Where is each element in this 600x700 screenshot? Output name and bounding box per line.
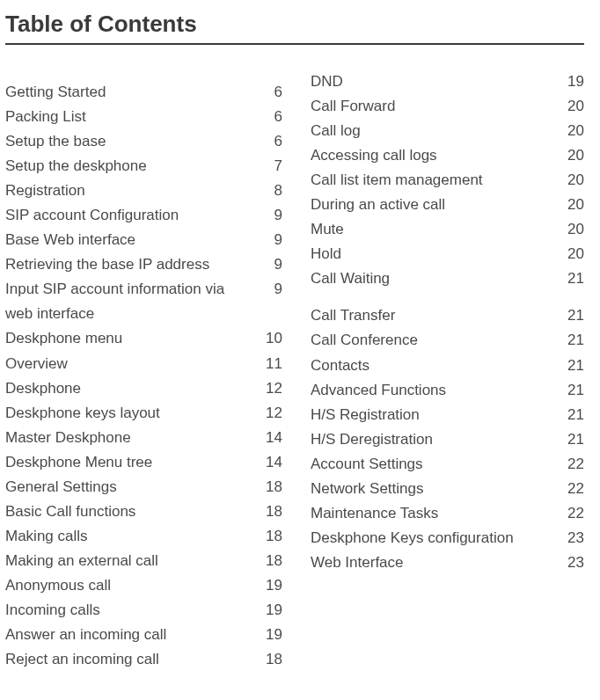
toc-entry-page: 9 bbox=[258, 203, 282, 228]
toc-entry: Retrieving the base IP address9 bbox=[5, 252, 282, 277]
toc-entry-page: 20 bbox=[560, 143, 584, 168]
toc-entry-label: Call Transfer bbox=[307, 303, 560, 328]
toc-entry-page: 18 bbox=[258, 475, 282, 499]
toc-entry: Call log20 bbox=[307, 119, 584, 143]
toc-entry: Mute20 bbox=[307, 217, 584, 242]
toc-entry-label: Call Waiting bbox=[307, 266, 560, 291]
toc-entry: Call Transfer21 bbox=[307, 303, 584, 328]
toc-entry-page: 18 bbox=[258, 499, 282, 524]
toc-entry-label: Answer an incoming call bbox=[5, 623, 258, 647]
toc-entry-label: Reject an incoming call bbox=[5, 647, 258, 672]
toc-entry: SIP account Configuration9 bbox=[5, 203, 282, 228]
toc-entry-label: Web Interface bbox=[307, 551, 560, 575]
toc-entry: Reject an incoming call18 bbox=[5, 647, 282, 672]
toc-entry-label: Packing List bbox=[5, 105, 258, 129]
toc-entry-label: Hold bbox=[307, 242, 560, 266]
toc-entry: Deskphone menu10 bbox=[5, 326, 282, 351]
toc-entry: Answer an incoming call19 bbox=[5, 623, 282, 647]
toc-entry-label: Maintenance Tasks bbox=[307, 501, 560, 526]
toc-entry: Deskphone keys layout12 bbox=[5, 401, 282, 426]
toc-entry-page: 22 bbox=[560, 452, 584, 477]
toc-entry-label: SIP account Configuration bbox=[5, 203, 258, 228]
toc-entry-page: 6 bbox=[258, 105, 282, 129]
toc-entry: Registration8 bbox=[5, 179, 282, 203]
toc-entry-label: Deskphone bbox=[5, 376, 258, 401]
toc-entry: Call list item management20 bbox=[307, 168, 584, 193]
toc-entry-label: Network Settings bbox=[307, 477, 560, 501]
toc-entry: Call Forward20 bbox=[307, 94, 584, 119]
toc-entry-page: 10 bbox=[258, 326, 282, 351]
toc-entry-page: 12 bbox=[258, 401, 282, 426]
toc-entry: General Settings18 bbox=[5, 475, 282, 499]
toc-entry-page: 21 bbox=[560, 266, 584, 291]
toc-entry: Advanced Functions21 bbox=[307, 378, 584, 403]
toc-entry-label: Input SIP account information via web in… bbox=[5, 277, 258, 326]
toc-entry: During an active call20 bbox=[307, 193, 584, 217]
toc-entry: Base Web interface9 bbox=[5, 228, 282, 252]
toc-entry-page: 21 bbox=[560, 427, 584, 452]
toc-entry: DND19 bbox=[307, 69, 584, 94]
toc-entry-label: Call Forward bbox=[307, 94, 560, 119]
toc-entry-page: 23 bbox=[560, 526, 584, 551]
toc-entry-label: DND bbox=[307, 69, 560, 94]
toc-entry-page: 19 bbox=[560, 69, 584, 94]
toc-entry-page: 18 bbox=[258, 647, 282, 672]
toc-entry-label: Setup the deskphone bbox=[5, 154, 258, 179]
toc-column-left: Getting Started6Packing List6Setup the b… bbox=[5, 69, 282, 672]
toc-entry: Input SIP account information via web in… bbox=[5, 277, 282, 326]
toc-entry-page: 20 bbox=[560, 193, 584, 217]
toc-entry: Basic Call functions18 bbox=[5, 499, 282, 524]
toc-entry-label: Basic Call functions bbox=[5, 499, 258, 524]
toc-entry-label: During an active call bbox=[307, 193, 560, 217]
toc-entry-label: Deskphone Keys configuration bbox=[307, 526, 560, 551]
toc-entry: Overview11 bbox=[5, 352, 282, 376]
toc-entry: Deskphone Keys configuration23 bbox=[307, 526, 584, 551]
toc-entry: Setup the base6 bbox=[5, 129, 282, 154]
toc-entry-label: Account Settings bbox=[307, 452, 560, 477]
toc-entry-page: 18 bbox=[258, 524, 282, 549]
toc-entry-label: Retrieving the base IP address bbox=[5, 252, 258, 277]
toc-entry: Setup the deskphone7 bbox=[5, 154, 282, 179]
toc-entry-label: Setup the base bbox=[5, 129, 258, 154]
toc-entry-label: Deskphone Menu tree bbox=[5, 450, 258, 475]
toc-entry-label: Call Conference bbox=[307, 328, 560, 353]
toc-entry: Call Waiting21 bbox=[307, 266, 584, 291]
toc-entry-page: 9 bbox=[258, 228, 282, 252]
page-title: Table of Contents bbox=[5, 11, 584, 45]
toc-entry: Network Settings22 bbox=[307, 477, 584, 501]
toc-entry-label: Call list item management bbox=[307, 168, 560, 193]
toc-entry-label: Deskphone menu bbox=[5, 326, 258, 351]
toc-entry-page: 20 bbox=[560, 94, 584, 119]
toc-column-right: DND19Call Forward20Call log20Accessing c… bbox=[307, 69, 584, 672]
toc-entry-label: General Settings bbox=[5, 475, 258, 499]
toc-entry-label: Advanced Functions bbox=[307, 378, 560, 403]
toc-entry-label: Contacts bbox=[307, 354, 560, 378]
toc-entry-label: Getting Started bbox=[5, 80, 258, 105]
toc-entry-label: Master Deskphone bbox=[5, 426, 258, 450]
toc-entry-page: 8 bbox=[258, 179, 282, 203]
toc-entry-page: 12 bbox=[258, 376, 282, 401]
toc-column-right-bottom: Call Transfer21Call Conference21Contacts… bbox=[307, 303, 584, 575]
toc-entry-page: 11 bbox=[258, 352, 282, 376]
toc-entry: Making calls18 bbox=[5, 524, 282, 549]
toc-entry-label: Making an external call bbox=[5, 549, 258, 573]
toc-entry: Hold20 bbox=[307, 242, 584, 266]
toc-entry-page: 21 bbox=[560, 328, 584, 353]
toc-entry: Making an external call18 bbox=[5, 549, 282, 573]
toc-entry: Incoming calls19 bbox=[5, 598, 282, 623]
toc-entry: Accessing call logs20 bbox=[307, 143, 584, 168]
toc-entry-page: 20 bbox=[560, 119, 584, 143]
toc-column-right-top: DND19Call Forward20Call log20Accessing c… bbox=[307, 69, 584, 291]
toc-entry: Web Interface23 bbox=[307, 551, 584, 575]
toc-entry: Account Settings22 bbox=[307, 452, 584, 477]
toc-entry-page: 21 bbox=[560, 303, 584, 328]
toc-entry-page: 21 bbox=[560, 378, 584, 403]
toc-entry-label: Anonymous call bbox=[5, 573, 258, 598]
toc-entry-page: 19 bbox=[258, 598, 282, 623]
toc-columns: Getting Started6Packing List6Setup the b… bbox=[5, 69, 584, 672]
toc-entry: Anonymous call19 bbox=[5, 573, 282, 598]
toc-entry-label: Base Web interface bbox=[5, 228, 258, 252]
toc-entry-label: H/S Deregistration bbox=[307, 427, 560, 452]
toc-entry-page: 19 bbox=[258, 623, 282, 647]
toc-entry: Deskphone Menu tree14 bbox=[5, 450, 282, 475]
